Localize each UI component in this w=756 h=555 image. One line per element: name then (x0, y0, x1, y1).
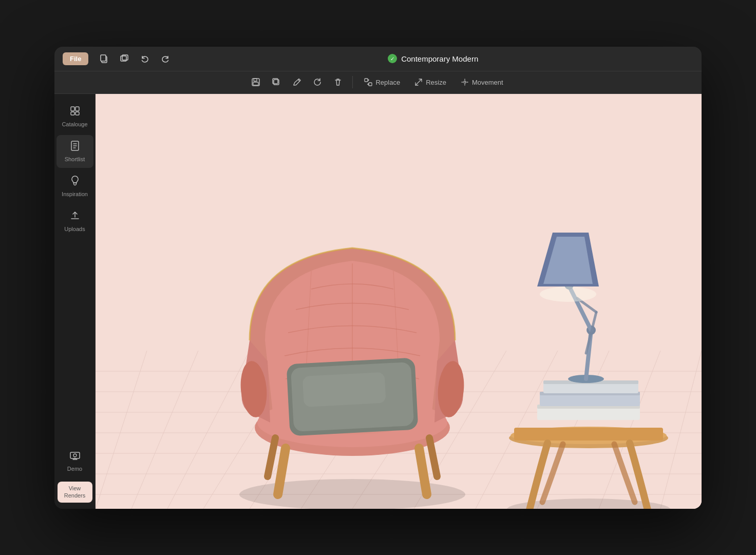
toolbar-delete-icon[interactable] (330, 74, 346, 90)
toolbar-refresh-icon[interactable] (309, 74, 326, 90)
svg-rect-10 (369, 83, 372, 86)
main-content: Catalouge Shortlist In (54, 94, 702, 509)
catalogue-label: Catalouge (62, 121, 87, 128)
title-bar-tools (97, 51, 173, 66)
catalogue-icon (69, 105, 81, 119)
uploads-label: Uploads (64, 226, 85, 233)
svg-point-39 (239, 479, 465, 509)
toolbar-edit-icon[interactable] (289, 74, 305, 90)
resize-label: Resize (426, 79, 446, 86)
view-renders-button[interactable]: View Renders (58, 482, 92, 503)
sidebar-item-uploads[interactable]: Uploads (56, 205, 93, 238)
project-title: Contemporary Modern (401, 54, 478, 63)
movement-button[interactable]: Movement (456, 75, 508, 89)
resize-button[interactable]: Resize (409, 75, 451, 89)
uploads-icon (69, 210, 81, 224)
scene-svg (96, 94, 702, 509)
svg-rect-1 (101, 55, 106, 61)
movement-label: Movement (472, 79, 503, 86)
shortlist-icon (69, 140, 81, 154)
replace-label: Replace (375, 79, 400, 86)
title-center: ✓ Contemporary Modern (173, 54, 693, 63)
svg-point-11 (464, 81, 466, 83)
copy-icon[interactable] (97, 51, 111, 66)
svg-rect-17 (70, 452, 80, 458)
svg-point-18 (73, 454, 77, 457)
toolbar-save-icon[interactable] (248, 74, 264, 90)
inspiration-label: Inspiration (62, 191, 88, 198)
svg-rect-15 (75, 112, 79, 115)
svg-rect-51 (514, 428, 663, 441)
shortlist-label: Shortlist (65, 156, 85, 163)
redo-icon[interactable] (158, 51, 173, 66)
svg-rect-13 (75, 107, 79, 111)
svg-point-65 (540, 286, 596, 302)
toolbar: Replace Resize Movement (54, 71, 702, 94)
sidebar-item-catalogue[interactable]: Catalouge (56, 100, 93, 133)
status-dot: ✓ (388, 54, 397, 63)
sidebar-item-shortlist[interactable]: Shortlist (56, 135, 93, 168)
svg-rect-12 (71, 107, 74, 111)
undo-icon[interactable] (138, 51, 152, 66)
toolbar-duplicate-icon[interactable] (268, 74, 285, 90)
svg-rect-6 (253, 82, 258, 85)
view-renders-label: View Renders (64, 485, 86, 499)
sidebar: Catalouge Shortlist In (54, 94, 96, 509)
svg-rect-9 (365, 79, 368, 82)
demo-label: Demo (67, 466, 82, 472)
sidebar-item-inspiration[interactable]: Inspiration (56, 170, 93, 203)
demo-icon (69, 450, 81, 464)
sidebar-item-demo[interactable]: Demo (56, 445, 93, 477)
app-window: File (54, 47, 702, 509)
toolbar-divider-1 (352, 76, 353, 88)
frame-icon[interactable] (117, 51, 131, 66)
svg-rect-47 (303, 372, 386, 407)
file-button[interactable]: File (63, 52, 88, 65)
canvas-area[interactable] (96, 94, 702, 509)
svg-rect-14 (71, 112, 74, 115)
inspiration-icon (69, 175, 81, 189)
title-bar: File (54, 47, 702, 71)
replace-button[interactable]: Replace (359, 75, 405, 89)
